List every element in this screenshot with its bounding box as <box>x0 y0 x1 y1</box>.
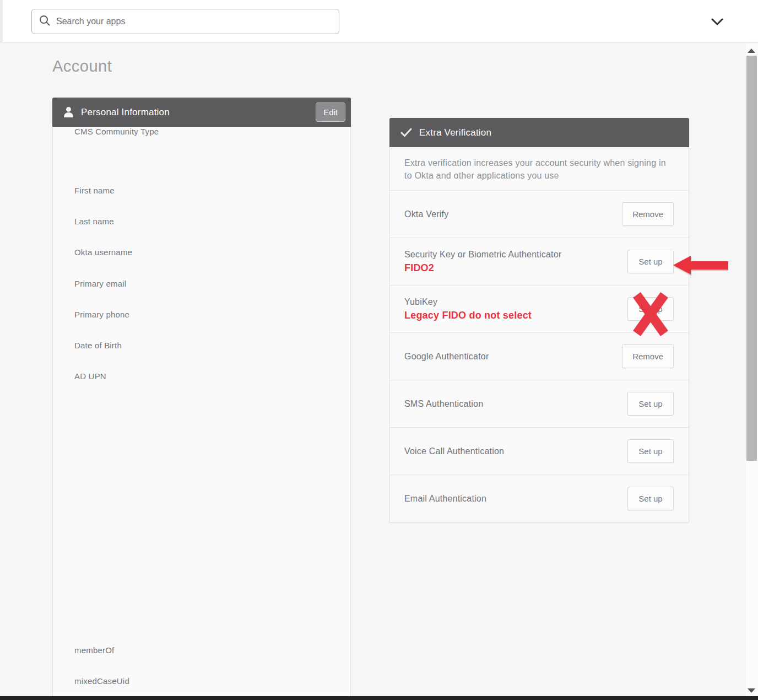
account-menu-chevron[interactable] <box>710 15 725 28</box>
scroll-up-arrow-icon[interactable] <box>748 49 755 53</box>
factor-row-voice-call-authentication: Voice Call Authentication Set up <box>390 427 689 475</box>
factor-label: Security Key or Biometric Authenticator <box>404 250 561 260</box>
factor-row-okta-verify: Okta Verify Remove <box>390 190 689 238</box>
factor-row-google-authenticator: Google Authenticator Remove <box>390 332 689 380</box>
factor-row-security-key: Security Key or Biometric Authenticator … <box>390 238 689 285</box>
scrollbar-thumb[interactable] <box>746 56 757 461</box>
factor-label: SMS Authentication <box>404 399 483 409</box>
field-label-okta-username: Okta username <box>74 247 132 257</box>
factor-label: Voice Call Authentication <box>404 446 504 456</box>
okta-verify-remove-button[interactable]: Remove <box>622 202 674 226</box>
app-search-box[interactable] <box>31 9 339 34</box>
field-label-primary-phone: Primary phone <box>74 310 129 319</box>
personal-information-header: Personal Information Edit <box>52 98 351 127</box>
checkmark-icon <box>400 128 412 137</box>
factor-row-email-authentication: Email Authentication Set up <box>390 475 689 522</box>
personal-information-panel: Personal Information Edit First name Las… <box>52 98 351 697</box>
security-key-setup-button[interactable]: Set up <box>627 250 674 273</box>
vertical-scrollbar[interactable] <box>745 44 758 697</box>
field-label-first-name: First name <box>74 186 115 195</box>
extra-verification-header: Extra Verification <box>389 118 689 147</box>
topbar-left-strip <box>0 0 3 43</box>
factor-label: YubiKey <box>404 297 532 307</box>
field-label-date-of-birth: Date of Birth <box>74 341 122 350</box>
factor-row-sms-authentication: SMS Authentication Set up <box>390 380 689 427</box>
extra-verification-description: Extra verification increases your accoun… <box>390 147 689 190</box>
extra-verification-panel: Extra Verification Extra verification in… <box>389 119 689 523</box>
personal-information-title: Personal Information <box>81 107 170 118</box>
factor-row-yubikey: YubiKey Legacy FIDO do not select Set up <box>390 285 689 332</box>
scroll-down-arrow-icon[interactable] <box>748 688 755 693</box>
top-bar <box>0 0 758 43</box>
window-bottom-edge <box>0 696 758 700</box>
search-icon <box>39 14 51 29</box>
yubikey-setup-button[interactable]: Set up <box>627 297 674 321</box>
extra-verification-title: Extra Verification <box>419 127 491 138</box>
email-setup-button[interactable]: Set up <box>627 487 674 510</box>
edit-button[interactable]: Edit <box>316 103 345 122</box>
field-label-memberof: memberOf <box>74 645 114 655</box>
factor-label: Google Authenticator <box>404 352 489 362</box>
google-authenticator-remove-button[interactable]: Remove <box>622 344 674 368</box>
field-label-cms-community-type: CMS Community Type <box>74 127 159 136</box>
search-input[interactable] <box>56 17 332 26</box>
sms-setup-button[interactable]: Set up <box>627 392 674 416</box>
factor-label: Email Authentication <box>404 494 486 504</box>
field-label-ad-upn: AD UPN <box>74 371 106 381</box>
fido2-annotation: FIDO2 <box>404 262 561 274</box>
voice-call-setup-button[interactable]: Set up <box>627 439 674 463</box>
field-label-primary-email: Primary email <box>74 279 126 288</box>
field-label-last-name: Last name <box>74 217 114 226</box>
page-title: Account <box>52 57 112 76</box>
factor-label: Okta Verify <box>404 209 448 219</box>
field-label-mixedcaseuid: mixedCaseUid <box>74 676 129 686</box>
person-icon <box>63 106 74 118</box>
legacy-fido-annotation: Legacy FIDO do not select <box>404 310 532 321</box>
